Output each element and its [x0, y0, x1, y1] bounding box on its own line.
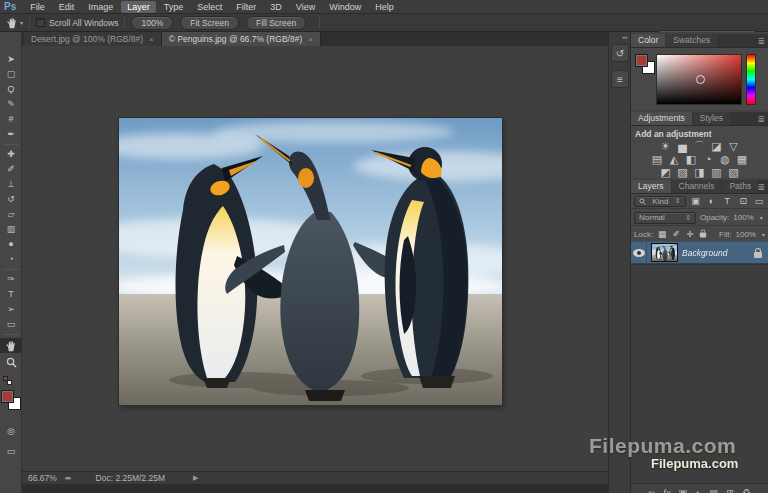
color-lookup-icon[interactable]: ▦: [734, 154, 751, 165]
brush-tool[interactable]: ✐: [0, 162, 22, 177]
panel-menu-icon[interactable]: ≣: [757, 114, 765, 124]
black-white-icon[interactable]: ◧: [683, 154, 700, 165]
link-layers-icon[interactable]: ∞: [648, 488, 655, 493]
spot-healing-brush-tool[interactable]: ✚: [0, 147, 22, 162]
menu-type[interactable]: Type: [158, 1, 190, 13]
screen-mode-button[interactable]: ▭: [0, 444, 22, 459]
menu-edit[interactable]: Edit: [53, 1, 81, 13]
layer-name[interactable]: Background: [682, 248, 754, 258]
panel-menu-icon[interactable]: ≣: [757, 36, 765, 46]
menu-filter[interactable]: Filter: [230, 1, 262, 13]
vibrance-icon[interactable]: ▽: [725, 141, 742, 152]
layer-effects-icon[interactable]: fx: [663, 488, 670, 493]
doc-size-info[interactable]: Doc: 2.25M/2.25M: [96, 473, 165, 483]
tab-swatches[interactable]: Swatches: [666, 34, 717, 47]
fill-screen-button[interactable]: Fill Screen: [246, 16, 306, 30]
status-flyout-arrow-icon[interactable]: ▶: [193, 474, 198, 482]
fill-caret-icon[interactable]: ▾: [762, 231, 765, 238]
hand-tool[interactable]: [0, 338, 22, 353]
share-icon[interactable]: ➦: [65, 474, 72, 483]
gradient-map-icon[interactable]: ▥: [708, 167, 725, 178]
lock-position-icon[interactable]: ✛: [685, 230, 695, 239]
threshold-icon[interactable]: ◨: [691, 167, 708, 178]
color-picker-field[interactable]: [656, 54, 742, 105]
lasso-tool[interactable]: Ϙ: [0, 82, 22, 97]
crop-tool[interactable]: #: [0, 112, 22, 127]
move-tool[interactable]: ➤: [0, 52, 22, 67]
menu-window[interactable]: Window: [323, 1, 367, 13]
tab-layers[interactable]: Layers: [631, 180, 671, 193]
history-panel-button[interactable]: ↺: [611, 44, 629, 62]
opacity-value[interactable]: 100%: [733, 213, 753, 222]
hue-slider[interactable]: [746, 54, 756, 105]
new-adjustment-layer-icon[interactable]: ◐: [695, 488, 701, 493]
close-tab-icon[interactable]: ×: [149, 35, 154, 44]
menu-image[interactable]: Image: [82, 1, 119, 13]
rectangular-marquee-tool[interactable]: ▢: [0, 67, 22, 82]
levels-icon[interactable]: ▅: [674, 141, 691, 152]
menu-help[interactable]: Help: [369, 1, 400, 13]
foreground-color-swatch[interactable]: [635, 54, 648, 67]
tab-styles[interactable]: Styles: [693, 112, 730, 125]
quick-selection-tool[interactable]: ✎: [0, 97, 22, 112]
blend-mode-dropdown[interactable]: Normal ⇕: [634, 212, 696, 224]
tab-desert-jpg[interactable]: Desert.jpg @ 100% (RGB/8#) ×: [24, 32, 162, 46]
quick-mask-button[interactable]: ◎: [0, 424, 22, 439]
selective-color-icon[interactable]: ▧: [725, 167, 742, 178]
eyedropper-tool[interactable]: ✒: [0, 127, 22, 142]
color-balance-icon[interactable]: ◭: [666, 154, 683, 165]
close-tab-icon[interactable]: ×: [308, 35, 313, 44]
invert-icon[interactable]: ◩: [657, 167, 674, 178]
swap-colors-icon[interactable]: [3, 376, 13, 386]
menu-view[interactable]: View: [290, 1, 321, 13]
tab-color[interactable]: Color: [631, 34, 665, 47]
new-group-icon[interactable]: ▤: [709, 488, 718, 493]
zoom-100-button[interactable]: 100%: [131, 16, 173, 30]
color-picker-cursor[interactable]: [696, 75, 705, 84]
type-layer-filter-icon[interactable]: T: [721, 197, 733, 206]
kind-filter-dropdown[interactable]: Kind ⇕: [634, 196, 686, 207]
eraser-tool[interactable]: ▱: [0, 207, 22, 222]
history-brush-tool[interactable]: ↺: [0, 192, 22, 207]
dodge-tool[interactable]: ◔: [0, 252, 22, 267]
tab-paths[interactable]: Paths: [722, 180, 758, 193]
pixel-layer-filter-icon[interactable]: ▣: [690, 197, 702, 206]
shape-layer-filter-icon[interactable]: ⊡: [737, 197, 749, 206]
exposure-icon[interactable]: ◪: [708, 141, 725, 152]
curves-icon[interactable]: ⌒: [691, 141, 708, 152]
hue-saturation-icon[interactable]: ▤: [649, 154, 666, 165]
tool-preset-caret-icon[interactable]: ▾: [20, 19, 23, 26]
scroll-all-windows-checkbox[interactable]: [36, 18, 45, 27]
fit-screen-button[interactable]: Fit Screen: [180, 16, 239, 30]
foreground-color-swatch[interactable]: [1, 390, 14, 403]
panel-menu-icon[interactable]: ≣: [757, 182, 765, 192]
delete-layer-icon[interactable]: ♻: [742, 488, 751, 493]
lock-all-icon[interactable]: [700, 233, 706, 238]
clone-stamp-tool[interactable]: ⊥: [0, 177, 22, 192]
foreground-background-swatches[interactable]: [1, 390, 23, 412]
brightness-contrast-icon[interactable]: ☀: [657, 141, 674, 152]
path-selection-tool[interactable]: ➢: [0, 302, 22, 317]
lock-pixels-icon[interactable]: ✐: [671, 230, 681, 239]
blur-tool[interactable]: ●: [0, 237, 22, 252]
opacity-caret-icon[interactable]: ▾: [760, 214, 763, 221]
tab-penguins-jpg[interactable]: © Penguins.jpg @ 66.7% (RGB/8#) ×: [162, 32, 321, 46]
photo-filter-icon[interactable]: ◔: [700, 154, 717, 165]
pen-tool[interactable]: ✑: [0, 272, 22, 287]
gradient-tool[interactable]: ▥: [0, 222, 22, 237]
zoom-level-field[interactable]: 66.67%: [28, 473, 57, 483]
penguins-image[interactable]: [119, 118, 502, 405]
layer-row-background[interactable]: Background: [631, 241, 768, 264]
properties-panel-button[interactable]: ≡: [611, 70, 629, 88]
menu-layer[interactable]: Layer: [121, 1, 156, 13]
menu-file[interactable]: File: [24, 1, 51, 13]
new-layer-icon[interactable]: ⊞: [726, 488, 734, 493]
posterize-icon[interactable]: ▨: [674, 167, 691, 178]
fill-value[interactable]: 100%: [736, 230, 756, 239]
lock-transparency-icon[interactable]: ▦: [657, 230, 667, 239]
tab-adjustments[interactable]: Adjustments: [631, 112, 692, 125]
tab-channels[interactable]: Channels: [672, 180, 722, 193]
adjustment-layer-filter-icon[interactable]: ◐: [705, 197, 717, 206]
channel-mixer-icon[interactable]: ◍: [717, 154, 734, 165]
menu-select[interactable]: Select: [191, 1, 228, 13]
